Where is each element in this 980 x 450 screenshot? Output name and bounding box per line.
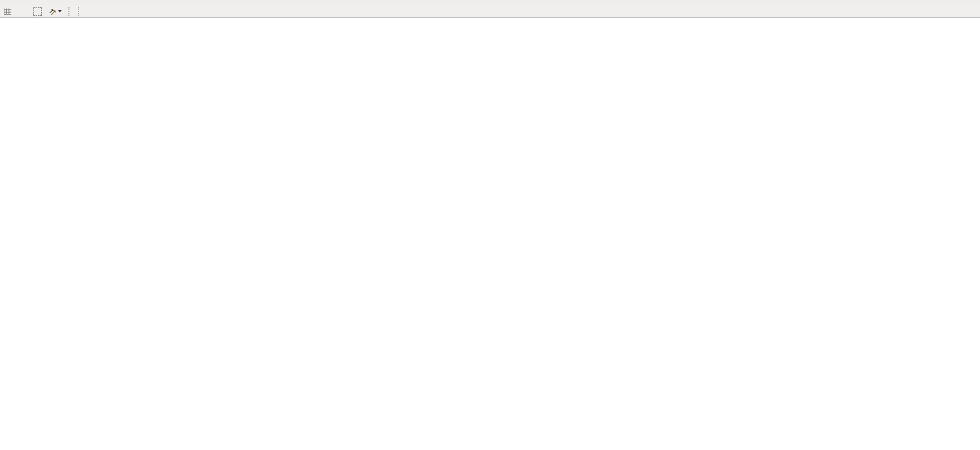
chart-toolbar [0, 5, 980, 18]
text-label-tool[interactable] [17, 6, 29, 17]
chart-canvas[interactable] [0, 0, 980, 450]
arrows-tool[interactable] [46, 6, 64, 17]
chevron-down-icon [58, 10, 62, 12]
toolbar-drag-handle[interactable] [78, 7, 82, 16]
arrows-icon [49, 7, 56, 15]
grid-icon [4, 8, 11, 15]
chart-title [7, 21, 18, 21]
text-box-tool[interactable] [33, 7, 42, 16]
grid-snap-tool[interactable] [1, 6, 15, 17]
toolbar-drag-handle[interactable] [68, 7, 72, 16]
mt4-window [0, 0, 980, 450]
